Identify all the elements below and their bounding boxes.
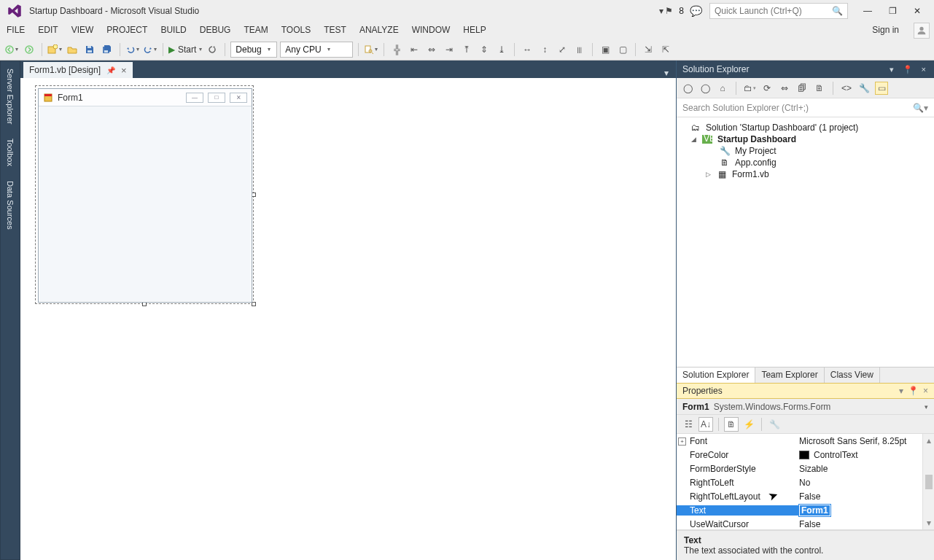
- menu-help[interactable]: HELP: [456, 22, 492, 39]
- solution-explorer-search[interactable]: Search Solution Explorer (Ctrl+;) 🔍▾: [677, 98, 934, 117]
- close-tab-icon[interactable]: ×: [121, 65, 127, 76]
- window-restore-button[interactable]: ❐: [880, 1, 905, 20]
- property-value[interactable]: Microsoft Sans Serif, 8.25pt: [799, 436, 906, 446]
- feedback-icon[interactable]: 💬: [690, 5, 702, 17]
- property-row[interactable]: RightToLeftLayoutFalse: [677, 489, 934, 503]
- tab-team-explorer[interactable]: Team Explorer: [755, 368, 824, 383]
- properties-grid[interactable]: +FontMicrosoft Sans Serif, 8.25ptForeCol…: [677, 434, 934, 530]
- property-row[interactable]: UseWaitCursorFalse: [677, 517, 934, 530]
- tab-order-icon[interactable]: ⇲: [641, 42, 655, 57]
- expand-icon[interactable]: +: [678, 438, 686, 446]
- panel-close-icon[interactable]: ×: [923, 386, 928, 396]
- send-back-icon[interactable]: ▢: [615, 42, 630, 57]
- prop-categorized-icon[interactable]: ☷: [681, 417, 696, 432]
- sign-in-link[interactable]: Sign in: [866, 22, 905, 38]
- tab-solution-explorer[interactable]: Solution Explorer: [677, 368, 755, 383]
- solution-platform-dropdown[interactable]: Any CPU▾: [280, 42, 353, 58]
- property-row[interactable]: ForeColorControlText: [677, 448, 934, 462]
- menu-view[interactable]: VIEW: [65, 22, 101, 39]
- panel-pin-icon[interactable]: 📍: [900, 65, 915, 74]
- menu-project[interactable]: PROJECT: [100, 22, 154, 39]
- size-height-icon[interactable]: ↕: [537, 42, 552, 57]
- se-properties-icon[interactable]: 🔧: [857, 82, 871, 95]
- tab-overflow-icon[interactable]: ▾: [661, 68, 672, 78]
- menu-build[interactable]: BUILD: [154, 22, 192, 39]
- se-viewdesigner-icon[interactable]: ▭: [875, 82, 888, 95]
- scroll-up-icon[interactable]: ▴: [927, 435, 931, 446]
- prop-pages-icon[interactable]: 🔧: [767, 417, 782, 432]
- se-collapse-icon[interactable]: ⇔: [778, 82, 791, 95]
- rail-server-explorer[interactable]: Server Explorer: [6, 66, 15, 127]
- notification-count[interactable]: 8: [679, 6, 684, 16]
- designed-form-window[interactable]: Form1 — □ ⨯: [38, 88, 252, 303]
- align-right-icon[interactable]: ⇥: [442, 42, 456, 57]
- menu-analyze[interactable]: ANALYZE: [353, 22, 405, 39]
- size-both-icon[interactable]: ⤢: [555, 42, 569, 57]
- se-preview-icon[interactable]: 🗎: [813, 82, 826, 95]
- tree-myproject-node[interactable]: 🔧 My Project: [717, 145, 931, 157]
- menu-team[interactable]: TEAM: [237, 22, 274, 39]
- tree-solution-node[interactable]: 🗂 Solution 'Startup Dashboard' (1 projec…: [688, 122, 931, 133]
- align-center-icon[interactable]: ⇔: [424, 42, 439, 57]
- se-viewcode-icon[interactable]: <>: [840, 82, 853, 95]
- property-value[interactable]: No: [799, 478, 810, 488]
- form-designer-surface[interactable]: Form1 — □ ⨯: [20, 78, 676, 560]
- hspace-icon[interactable]: ⫼: [572, 42, 587, 57]
- se-home-icon[interactable]: ⌂: [716, 82, 729, 95]
- menu-test[interactable]: TEST: [317, 22, 353, 39]
- start-debug-button[interactable]: ▶ Start ▾: [168, 44, 202, 55]
- tab-class-view[interactable]: Class View: [825, 368, 880, 383]
- menu-edit[interactable]: EDIT: [31, 22, 64, 39]
- se-scope-icon[interactable]: 🗀: [743, 82, 756, 95]
- rail-data-sources[interactable]: Data Sources: [6, 178, 15, 233]
- find-in-files-icon[interactable]: [364, 42, 378, 57]
- window-minimize-button[interactable]: —: [855, 1, 880, 20]
- se-refresh-icon[interactable]: ⟳: [760, 82, 774, 95]
- new-project-button[interactable]: [47, 42, 62, 57]
- menu-window[interactable]: WINDOW: [405, 22, 457, 39]
- quick-launch-input[interactable]: Quick Launch (Ctrl+Q) 🔍: [709, 3, 848, 19]
- properties-object-selector[interactable]: Form1 System.Windows.Forms.Form ▾: [677, 399, 934, 415]
- property-value[interactable]: ControlText: [814, 450, 858, 460]
- property-row[interactable]: FormBorderStyleSizable: [677, 462, 934, 475]
- bring-front-icon[interactable]: ▣: [598, 42, 612, 57]
- panel-close-icon[interactable]: ×: [919, 65, 928, 74]
- expander-icon[interactable]: ◢: [690, 136, 697, 143]
- align-top-icon[interactable]: ⤒: [459, 42, 474, 57]
- nav-back-button[interactable]: [4, 42, 19, 57]
- menu-tools[interactable]: TOOLS: [275, 22, 317, 39]
- document-tab-form1[interactable]: Form1.vb [Design] 📌 ×: [23, 62, 133, 78]
- property-row[interactable]: RightToLeftNo: [677, 475, 934, 489]
- align-left-icon[interactable]: ⇤: [407, 42, 421, 57]
- open-button[interactable]: [65, 42, 79, 57]
- property-value[interactable]: False: [799, 519, 820, 529]
- property-value[interactable]: False: [799, 491, 820, 502]
- panel-menu-icon[interactable]: ▾: [887, 65, 896, 74]
- property-row[interactable]: +FontMicrosoft Sans Serif, 8.25pt: [677, 434, 934, 448]
- form-selection-outline[interactable]: Form1 — □ ⨯: [35, 85, 254, 304]
- panel-pin-icon[interactable]: 📍: [908, 386, 919, 396]
- undo-button[interactable]: [125, 42, 140, 57]
- lock-controls-icon[interactable]: ⇱: [658, 42, 673, 57]
- redo-button[interactable]: [143, 42, 157, 57]
- restart-icon[interactable]: [205, 42, 219, 57]
- nav-forward-button[interactable]: [22, 42, 36, 57]
- solution-config-dropdown[interactable]: Debug▾: [230, 42, 277, 58]
- window-close-button[interactable]: ✕: [905, 1, 930, 20]
- panel-menu-icon[interactable]: ▾: [899, 386, 903, 396]
- se-showall-icon[interactable]: 🗐: [795, 82, 809, 95]
- tree-appconfig-node[interactable]: 🗎 App.config: [717, 157, 931, 168]
- size-width-icon[interactable]: ↔: [520, 42, 534, 57]
- property-value[interactable]: Sizable: [799, 464, 828, 474]
- property-row[interactable]: TextForm1: [677, 503, 934, 517]
- align-bottom-icon[interactable]: ⤓: [494, 42, 509, 57]
- notification-flag-icon[interactable]: ▾⚑: [659, 6, 673, 16]
- expander-icon[interactable]: ▷: [704, 171, 712, 178]
- pin-icon[interactable]: 📌: [106, 66, 115, 74]
- prop-alphabetical-icon[interactable]: A↓: [698, 417, 713, 432]
- properties-scrollbar[interactable]: ▴ ▾: [922, 434, 934, 529]
- rail-toolbox[interactable]: Toolbox: [6, 136, 15, 169]
- align-middle-icon[interactable]: ⇕: [477, 42, 491, 57]
- save-button[interactable]: [82, 42, 97, 57]
- menu-file[interactable]: FILE: [0, 22, 31, 39]
